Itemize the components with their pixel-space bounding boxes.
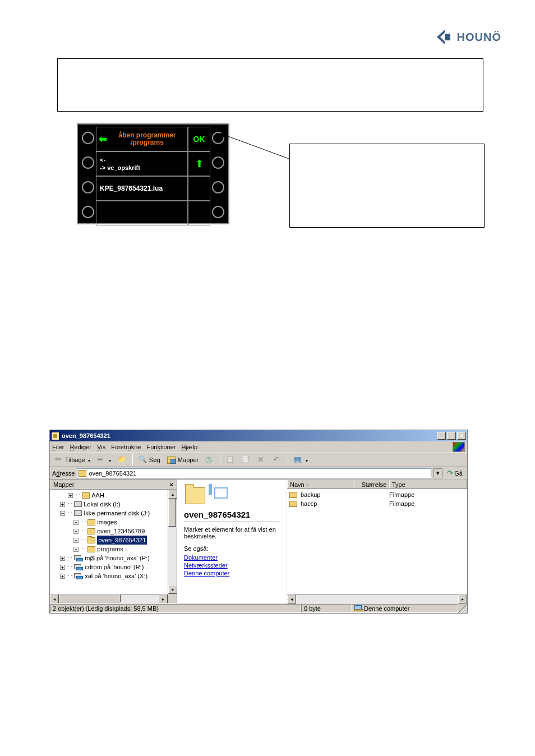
link-netvaerkssteder[interactable]: Netværkssteder [184,562,280,569]
menu-foretrukne[interactable]: Foretrukne [111,444,141,450]
back-label: Tilbage [65,457,85,463]
scroll-down-button[interactable]: ▾ [168,585,177,594]
panel-button-right-3[interactable] [212,181,224,193]
column-header-stoerrelse[interactable]: Størrelse [354,480,389,488]
back-button[interactable]: Tilbage [52,454,93,465]
address-value: oven_987654321 [89,470,136,477]
column-header-navn[interactable]: Navn△ [287,480,354,488]
computer-icon [354,605,362,611]
address-dropdown[interactable]: ▾ [433,468,442,478]
tree-item-images[interactable]: +··images [52,518,177,527]
scroll-right-button[interactable]: ▸ [159,594,168,603]
go-button[interactable]: Gå [445,469,465,477]
folders-header: Mapper × [50,480,177,490]
delete-icon [257,455,266,464]
scroll-right-button[interactable]: ▸ [458,594,467,603]
file-list-pane: Navn△ Størrelse Type backup Filmappe hac… [287,480,467,603]
toolbar-separator [288,454,288,465]
panel-file-text: KPE_987654321.lua [100,185,163,192]
tree-item-mjs[interactable]: +··mj$ på 'houno_axa' (P:) [52,554,177,563]
search-button[interactable]: Søg [136,454,163,465]
list-scrollbar-horizontal[interactable]: ◂ ▸ [287,594,467,603]
logo-arrow-icon [435,28,453,46]
panel-empty-cell [96,201,188,225]
tree-scrollbar-vertical[interactable]: ▴ ▾ [168,490,177,594]
minimize-button[interactable]: _ [437,432,446,440]
tree-item-oven1[interactable]: +··oven_123456789 [52,527,177,536]
tree-item-xal[interactable]: +··xal på 'houno_axa' (X:) [52,571,177,580]
panel-button-left-3[interactable] [82,181,94,193]
main-pane: oven_987654321 Marker et element for at … [177,480,467,603]
column-header-type[interactable]: Type [389,480,467,488]
panel-header-cell: ⬅ åben programmer/programs [96,127,188,151]
decoration-icon [209,484,212,495]
folders-pane: Mapper × +··AAH +··Lokal disk (I:) −··Ik… [50,480,177,603]
menu-filer[interactable]: Filer [52,444,64,450]
folders-button[interactable]: Mapper [165,454,201,465]
tree-item-oven2[interactable]: +··oven_987654321 [52,536,177,545]
oven-control-panel: ⬅ åben programmer/programs OK <- -> vc_o… [77,123,229,224]
views-button[interactable] [292,454,310,465]
scroll-corner [168,594,177,603]
views-dropdown-icon[interactable] [305,457,308,463]
brand-logo: HOUNÖ [435,28,501,46]
history-button[interactable] [203,454,216,465]
move-icon [226,455,235,464]
search-label: Søg [149,457,160,463]
scroll-left-button[interactable]: ◂ [50,594,59,603]
list-item[interactable]: backup Filmappe [289,490,465,499]
back-dropdown-icon[interactable] [87,457,90,463]
link-denne-computer[interactable]: Denne computer [184,570,280,577]
copy-icon [242,455,251,464]
undo-button[interactable] [271,454,284,465]
scroll-thumb-h[interactable] [59,594,121,602]
tree-item-aah[interactable]: +··AAH [52,491,177,500]
folder-webview: oven_987654321 Marker et element for at … [177,480,287,603]
panel-file-cell: KPE_987654321.lua [96,176,188,201]
scroll-left-button[interactable]: ◂ [287,594,296,603]
panel-button-left-1[interactable] [82,132,94,144]
close-button[interactable]: × [457,432,466,440]
delete-button[interactable] [255,454,269,465]
explorer-window: oven_987654321 _ □ × Filer Rediger Vis F… [49,430,468,614]
resize-grip[interactable] [458,604,467,613]
tree-item-cdrom[interactable]: +··cdrom på 'houno' (R:) [52,563,177,571]
up-button[interactable] [116,454,129,465]
menu-hjaelp[interactable]: Hjælp [181,444,197,450]
scroll-up-button[interactable]: ▴ [168,490,177,499]
panel-blank-2 [188,201,210,225]
tree-item-ikkeperm[interactable]: −··Ikke-permanent disk (J:) [52,509,177,518]
menu-funktioner[interactable]: Funktioner [146,444,176,450]
list-item[interactable]: haccp Filmappe [289,499,465,508]
panel-button-left-2[interactable] [82,156,94,169]
copy-to-button[interactable] [239,454,253,465]
scroll-thumb-v[interactable] [168,499,176,527]
folders-header-label: Mapper [53,481,74,488]
panel-button-right-4[interactable] [212,206,224,218]
menubar: Filer Rediger Vis Foretrukne Funktioner … [50,441,467,453]
decoration-icon [214,487,228,499]
up-arrow-button[interactable]: ⬆ [188,151,210,176]
forward-button[interactable] [95,454,113,465]
panel-button-left-4[interactable] [82,206,94,218]
tree-scrollbar-horizontal[interactable]: ◂ ▸ [50,594,168,603]
menu-vis[interactable]: Vis [97,444,105,450]
ok-button[interactable]: OK [188,127,210,151]
windows-logo-icon[interactable] [453,442,465,452]
webview-description: Marker et element for at få vist en besk… [184,526,280,540]
folders-close-button[interactable]: × [170,481,173,488]
window-icon [51,432,59,440]
titlebar[interactable]: oven_987654321 _ □ × [50,430,467,441]
toolbar-separator [220,454,220,465]
statusbar: 2 objekt(er) (Ledig diskplads: 58,5 MB) … [50,603,467,613]
menu-rediger[interactable]: Rediger [70,444,91,450]
forward-dropdown-icon[interactable] [108,457,111,463]
link-dokumenter[interactable]: Dokumenter [184,554,280,561]
address-input[interactable]: oven_987654321 [77,468,431,478]
svg-line-2 [220,133,289,159]
maximize-button[interactable]: □ [447,432,456,440]
tree-item-programs[interactable]: +··programs [52,545,177,554]
tree-item-lokal[interactable]: +··Lokal disk (I:) [52,500,177,509]
move-to-button[interactable] [224,454,237,465]
instruction-box-2 [57,285,483,407]
